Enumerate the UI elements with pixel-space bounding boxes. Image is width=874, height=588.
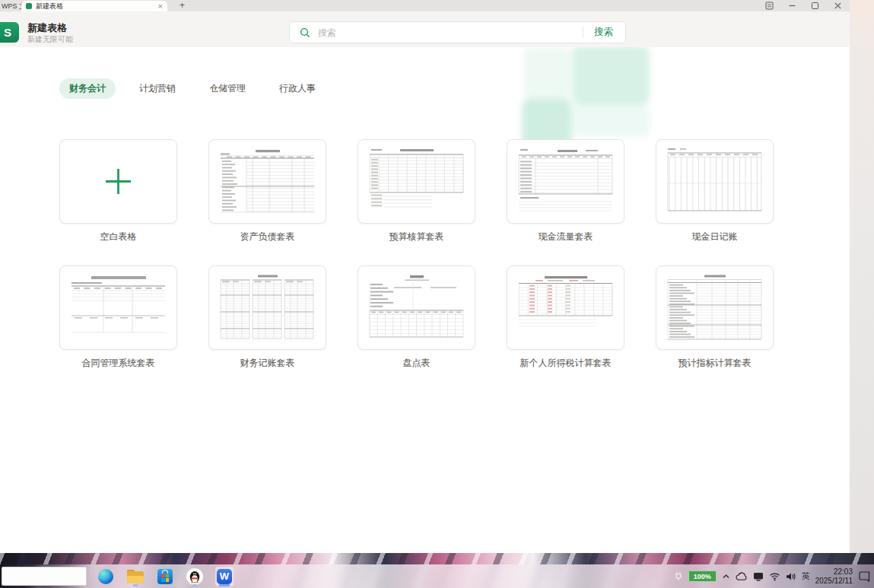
- wps-office-icon: W: [217, 569, 232, 584]
- minimize-icon[interactable]: [788, 2, 796, 10]
- template-thumbnail: [65, 272, 171, 344]
- desktop-screen: WPS 文字 新建表格 × + S 新建表格 新建无限可能 搜索: [0, 0, 874, 588]
- template-thumbnail: [662, 145, 768, 218]
- volume-icon[interactable]: [786, 572, 796, 581]
- wifi-icon[interactable]: [769, 572, 780, 581]
- category-tab-2[interactable]: 仓储管理: [199, 78, 256, 99]
- close-icon[interactable]: [834, 2, 842, 10]
- device-icon[interactable]: [753, 572, 764, 581]
- taskbar-app-microsoft-store[interactable]: [156, 567, 174, 586]
- tab-title: 新建表格: [36, 2, 158, 11]
- template-label: 空白表格: [43, 230, 194, 243]
- template-row-2: 合同管理系统套表财务记账套表盘点表新个人所得税计算套表预计指标计算套表: [59, 265, 774, 350]
- cloud-icon[interactable]: [736, 572, 748, 581]
- plus-icon: [65, 145, 171, 218]
- taskbar-app-edge[interactable]: [97, 567, 115, 586]
- desktop-background-strip: [850, 0, 874, 553]
- window-controls: [765, 0, 842, 11]
- template-label: 现金日记账: [639, 230, 790, 243]
- template-card[interactable]: [507, 139, 625, 224]
- template-gallery: 财务会计计划营销仓储管理行政人事 空白表格资产负债套表预算核算套表现金流量套表现…: [0, 47, 850, 553]
- tab-close-icon[interactable]: ×: [158, 2, 163, 10]
- category-tab-3[interactable]: 行政人事: [269, 78, 326, 99]
- titlebar: WPS 文字 新建表格 × +: [0, 0, 850, 11]
- template-item-2: 预算核算套表: [358, 139, 475, 224]
- spreadsheet-icon: [26, 3, 32, 9]
- template-label: 财务记账套表: [192, 357, 343, 370]
- template-card[interactable]: [507, 265, 625, 350]
- taskbar-date: 2025/12/11: [815, 577, 853, 585]
- template-item-7: 盘点表: [358, 265, 475, 350]
- plug-icon: [674, 571, 683, 582]
- template-card[interactable]: [358, 265, 475, 350]
- template-row-1: 空白表格资产负债套表预算核算套表现金流量套表现金日记账: [59, 139, 774, 224]
- template-item-9: 预计指标计算套表: [656, 265, 774, 350]
- new-blank-spreadsheet-card[interactable]: [59, 139, 177, 224]
- app-header: S 新建表格 新建无限可能 搜索: [0, 11, 850, 47]
- template-label: 现金流量套表: [490, 230, 641, 243]
- wps-window: WPS 文字 新建表格 × + S 新建表格 新建无限可能 搜索: [0, 0, 850, 553]
- running-indicator: [192, 584, 198, 586]
- template-thumbnail: [215, 272, 320, 344]
- template-label: 新个人所得税计算套表: [490, 357, 641, 370]
- template-item-0: 空白表格: [59, 139, 177, 224]
- template-card[interactable]: [59, 265, 177, 350]
- template-thumbnail: [364, 272, 469, 344]
- running-indicator: [219, 584, 230, 586]
- template-item-8: 新个人所得税计算套表: [507, 265, 625, 350]
- edge-icon: [98, 569, 113, 584]
- notification-bubble-icon[interactable]: [858, 571, 871, 582]
- search-divider: [583, 27, 583, 38]
- taskbar-apps: W: [97, 564, 234, 588]
- template-label: 盘点表: [341, 357, 492, 370]
- search-input[interactable]: [316, 27, 583, 39]
- category-tabs: 财务会计计划营销仓储管理行政人事: [59, 78, 326, 98]
- taskbar-app-wps-w[interactable]: W: [215, 567, 234, 586]
- template-label: 预计指标计算套表: [639, 357, 790, 370]
- taskbar-clock[interactable]: 22:03 2025/12/11: [815, 567, 853, 586]
- search-icon: [300, 27, 310, 38]
- category-tab-0[interactable]: 财务会计: [59, 78, 116, 99]
- running-indicator: [133, 584, 138, 586]
- search-button[interactable]: 搜索: [594, 26, 613, 39]
- template-card[interactable]: [656, 265, 774, 350]
- template-card[interactable]: [358, 139, 475, 224]
- template-card[interactable]: [208, 139, 326, 224]
- qq-icon: [186, 568, 203, 585]
- taskbar-search-box[interactable]: [2, 567, 87, 586]
- taskbar-app-qq[interactable]: [186, 567, 204, 586]
- template-thumbnail: [364, 145, 469, 218]
- template-item-1: 资产负债套表: [208, 139, 326, 224]
- category-tab-1[interactable]: 计划营销: [129, 78, 186, 99]
- template-card[interactable]: [208, 265, 326, 350]
- system-tray: 100% 英 22:03 2025/12/11: [674, 564, 871, 588]
- microsoft-store-icon: [157, 569, 173, 584]
- template-thumbnail: [662, 272, 768, 344]
- chevron-up-icon[interactable]: [722, 573, 730, 580]
- taskbar-time: 22:03: [834, 567, 853, 576]
- maximize-icon[interactable]: [811, 2, 819, 10]
- template-card[interactable]: [656, 139, 774, 224]
- taskbar: W 100% 英 22:03 2025/12/11: [0, 564, 874, 588]
- language-indicator[interactable]: 英: [802, 571, 810, 582]
- template-label: 资产负债套表: [192, 230, 343, 243]
- page-title: 新建表格: [27, 21, 67, 35]
- search-bar[interactable]: 搜索: [289, 21, 626, 43]
- battery-indicator[interactable]: 100%: [688, 571, 717, 582]
- taskbar-app-file-explorer[interactable]: [126, 567, 145, 586]
- template-label: 合同管理系统套表: [43, 357, 194, 370]
- template-thumbnail: [513, 272, 618, 344]
- template-item-5: 合同管理系统套表: [59, 265, 177, 350]
- template-label: 预算核算套表: [341, 230, 492, 243]
- template-thumbnail: [513, 145, 618, 218]
- tab-new-spreadsheet[interactable]: 新建表格 ×: [21, 1, 167, 11]
- file-explorer-icon: [127, 570, 144, 583]
- template-item-3: 现金流量套表: [507, 139, 625, 224]
- template-item-6: 财务记账套表: [208, 265, 326, 350]
- template-item-4: 现金日记账: [656, 139, 774, 224]
- template-thumbnail: [215, 145, 320, 218]
- page-subtitle: 新建无限可能: [27, 34, 73, 45]
- workspace-icon[interactable]: [765, 2, 774, 10]
- wps-spreadsheet-icon: S: [0, 22, 19, 43]
- new-tab-button[interactable]: +: [180, 0, 185, 11]
